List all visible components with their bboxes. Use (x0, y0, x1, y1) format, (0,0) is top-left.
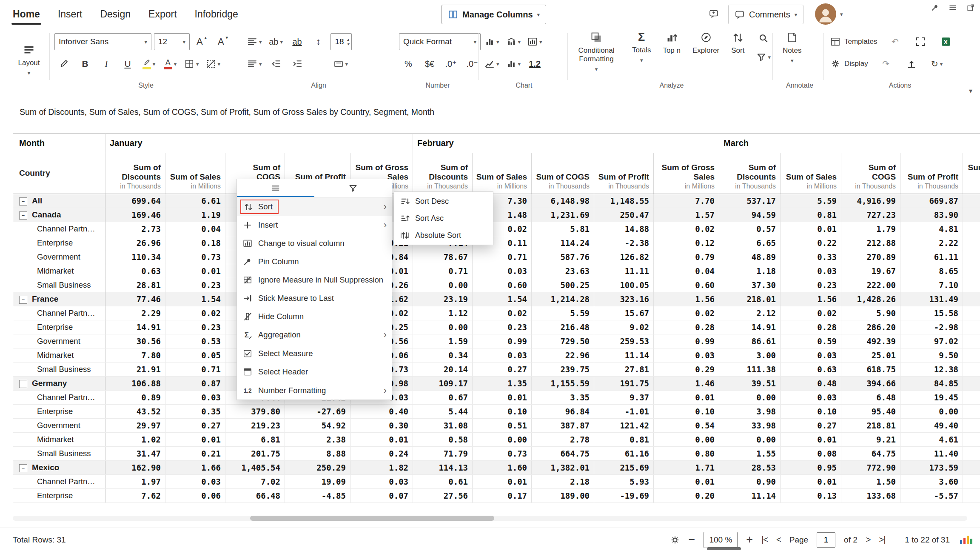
row-label-government[interactable]: Government (13, 419, 105, 433)
export-excel-button[interactable] (937, 33, 955, 50)
vertical-align-button[interactable]: ▾ (245, 55, 264, 72)
cell[interactable]: 1.54 (165, 292, 225, 306)
cell[interactable]: 43.52 (105, 405, 165, 419)
cell[interactable]: 111.38 (719, 363, 781, 377)
cell[interactable]: 191.75 (594, 377, 654, 391)
cell[interactable]: 0.00 (413, 278, 473, 292)
cell[interactable]: 772.90 (841, 461, 900, 475)
avatar-chevron-icon[interactable]: ▾ (840, 11, 843, 17)
text-box-button[interactable]: ▾ (331, 55, 350, 72)
cell[interactable]: 11.40 (900, 447, 963, 461)
cell[interactable]: 5.59 (532, 306, 594, 320)
cell[interactable]: 669.87 (900, 194, 963, 208)
cell[interactable]: 0.27 (781, 419, 841, 433)
cell[interactable]: 6.48 (841, 391, 900, 405)
cell[interactable]: 71.79 (413, 447, 473, 461)
cell[interactable]: 0.12 (654, 236, 719, 250)
cell[interactable]: 121.42 (594, 419, 654, 433)
cell[interactable] (963, 461, 980, 475)
cell[interactable]: 95.40 (841, 405, 900, 419)
tab-export[interactable]: Export (148, 9, 177, 20)
cell[interactable]: 66.48 (225, 489, 285, 503)
cell[interactable]: 0.01 (781, 433, 841, 447)
cell[interactable] (963, 306, 980, 320)
cell[interactable]: 0.30 (350, 419, 413, 433)
cell[interactable]: 39.51 (719, 377, 781, 391)
menu-item-ignore-measure-in-null-suppression[interactable]: Ignore Measure in Null Suppression (237, 271, 392, 289)
cell[interactable]: 1.71 (654, 461, 719, 475)
column-header-january-sum-of-discounts[interactable]: Sum of Discountsin Thousands (105, 153, 165, 194)
cell[interactable]: 0.59 (781, 334, 841, 348)
cell[interactable]: 0.48 (781, 377, 841, 391)
zoom-in-button[interactable]: + (746, 534, 753, 545)
cell[interactable]: 2.18 (532, 475, 594, 489)
cell[interactable]: 0.63 (781, 363, 841, 377)
cell[interactable]: 2.38 (285, 433, 350, 447)
cell[interactable]: 259.53 (594, 334, 654, 348)
cell[interactable]: 699.64 (105, 194, 165, 208)
font-size-select[interactable]: 12 ▾ (154, 33, 190, 50)
notes-button[interactable]: Notes ▾ (783, 31, 801, 63)
column-header-february-sum-of-profit[interactable]: Sum of Profitin Thousands (594, 153, 654, 194)
cell[interactable]: 1,382.01 (532, 461, 594, 475)
cell[interactable]: 12.38 (900, 363, 963, 377)
cell[interactable]: 97.02 (900, 334, 963, 348)
prev-page-button[interactable]: < (776, 535, 781, 545)
zoom-level[interactable]: 100 % (704, 532, 738, 548)
font-color-button[interactable]: A ▾ (161, 55, 179, 72)
cell[interactable]: 379.80 (225, 405, 285, 419)
cell[interactable]: 64.75 (841, 447, 900, 461)
underline-button[interactable]: U (118, 55, 137, 72)
cell[interactable] (963, 447, 980, 461)
cell[interactable]: 6,148.98 (532, 194, 594, 208)
cell[interactable]: 0.29 (654, 363, 719, 377)
manage-columns-button[interactable]: Manage Columns ▾ (442, 5, 546, 24)
chart-type-button[interactable]: ▾ (482, 33, 501, 50)
cell[interactable]: 218.01 (719, 292, 781, 306)
cell[interactable]: 0.71 (165, 363, 225, 377)
cell[interactable]: 1.56 (781, 292, 841, 306)
cell[interactable]: 3.60 (900, 475, 963, 489)
cell[interactable]: 0.06 (165, 489, 225, 503)
percent-button[interactable]: % (399, 55, 418, 72)
cell[interactable]: 0.10 (654, 405, 719, 419)
cell[interactable]: 14.91 (719, 320, 781, 334)
row-label-france[interactable]: −France (13, 292, 105, 306)
collapse-icon[interactable]: − (19, 380, 27, 388)
cell[interactable]: 1,405.54 (225, 461, 285, 475)
cell[interactable]: 0.79 (654, 250, 719, 264)
cell[interactable]: 0.03 (654, 348, 719, 363)
cell[interactable]: 31.08 (413, 419, 473, 433)
tab-home[interactable]: Home (13, 9, 40, 20)
cell[interactable]: 7.10 (900, 278, 963, 292)
cell[interactable]: 5.44 (413, 405, 473, 419)
row-label-germany[interactable]: −Germany (13, 377, 105, 391)
cell[interactable]: 0.73 (165, 250, 225, 264)
cell[interactable]: 29.97 (105, 419, 165, 433)
totals-button[interactable]: Σ Totals ▾ (632, 31, 651, 63)
cell[interactable]: 0.99 (473, 334, 532, 348)
menu-item-change-to-visual-column[interactable]: Change to visual column (237, 234, 392, 252)
cell[interactable]: 27.56 (413, 489, 473, 503)
cell[interactable] (963, 194, 980, 208)
cell[interactable]: 2.78 (532, 433, 594, 447)
column-header-february-sum-of-cogs[interactable]: Sum of COGSin Thousands (532, 153, 594, 194)
cell[interactable]: 1.54 (473, 292, 532, 306)
cell[interactable]: 0.01 (781, 475, 841, 489)
column-header-march-sum-of-profit[interactable]: Sum of Profitin Thousands (900, 153, 963, 194)
cell[interactable]: 84.85 (900, 377, 963, 391)
cell[interactable] (963, 475, 980, 489)
cell[interactable]: -2.98 (900, 320, 963, 334)
cell[interactable]: 1.19 (165, 208, 225, 222)
cell[interactable]: 323.16 (594, 292, 654, 306)
cell[interactable]: 173.59 (900, 461, 963, 475)
cell[interactable]: 0.23 (781, 278, 841, 292)
cell[interactable]: 25.01 (841, 348, 900, 363)
cell[interactable]: 189.00 (532, 489, 594, 503)
increase-decimal-button[interactable]: .0⁺ (442, 55, 460, 72)
cell[interactable]: 3.00 (719, 348, 781, 363)
quick-format-select[interactable]: Quick Format ▾ (399, 33, 481, 50)
cell[interactable]: 0.03 (473, 348, 532, 363)
zoom-out-button[interactable]: − (689, 534, 695, 545)
cell[interactable]: 222.00 (841, 278, 900, 292)
